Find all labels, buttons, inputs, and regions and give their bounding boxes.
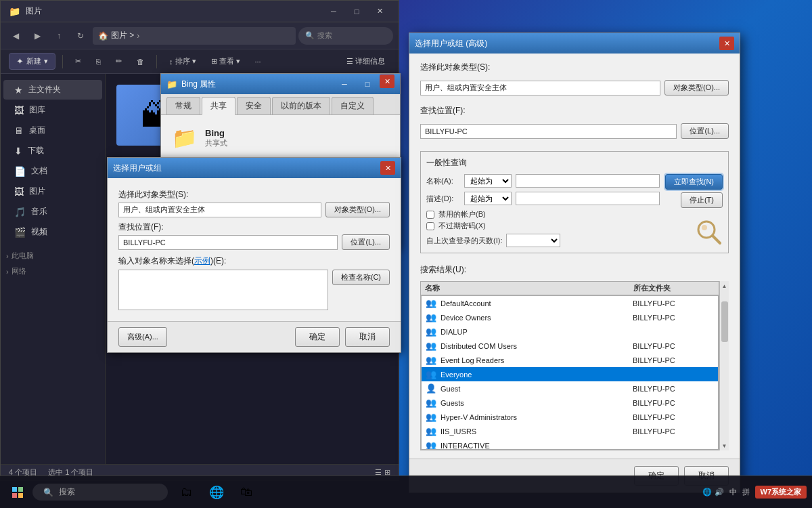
stop-button[interactable]: 停止(T) [681,192,723,208]
network-group[interactable]: › 网络 [1,263,105,279]
select-user-cancel[interactable]: 取消 [345,327,390,347]
maximize-button[interactable]: □ [346,2,367,21]
result-EventLogReaders[interactable]: 👥 Event Log Readers BILLYFU-PC [422,353,718,367]
advanced-button[interactable]: 高级(A)... [118,327,167,347]
sidebar-item-desktop[interactable]: 🖥 桌面 [3,121,102,140]
group-icon-8: 👥 [426,412,436,422]
new-button[interactable]: ✦ 新建 ▾ [9,53,55,70]
taskbar-icon-explorer[interactable]: 🗂 [173,479,200,506]
result-DeviceOwners[interactable]: 👥 Device Owners BILLYFU-PC [422,310,718,324]
no-expire-checkbox[interactable] [426,222,434,230]
delete-button[interactable]: 🗑 [131,56,150,68]
scroll-up-arrow[interactable]: ▲ [720,281,729,291]
scrollbar-track[interactable]: ▲ ▼ [719,281,729,450]
tab-share[interactable]: 共享 [202,97,235,115]
back-button[interactable]: ◀ [6,26,25,45]
copy-button[interactable]: ⎘ [91,56,106,68]
cut-button[interactable]: ✂ [70,55,87,68]
close-button[interactable]: ✕ [369,2,390,21]
search-results-list[interactable]: 👥 DefaultAccount BILLYFU-PC 👥 Device Own… [421,295,719,450]
disabled-accounts-checkbox[interactable] [426,211,434,219]
scrollbar-thumb[interactable] [721,301,728,342]
name-input[interactable] [516,174,660,188]
result-DefaultAccount[interactable]: 👥 DefaultAccount BILLYFU-PC [422,296,718,310]
sidebar-item-documents[interactable]: 📄 文档 [3,161,102,181]
example-link[interactable]: 示例 [194,256,210,266]
network-tray-icon[interactable]: 🌐 [702,488,712,496]
details-button[interactable]: ☰ 详细信息 [341,54,390,68]
more-button[interactable]: ··· [250,56,267,68]
select-user-adv-close[interactable]: ✕ [719,37,734,50]
find-now-button[interactable]: 立即查找(N) [665,174,723,190]
sidebar-item-downloads[interactable]: ⬇ 下载 [3,141,102,161]
up-button[interactable]: ↑ [49,26,68,45]
address-bar[interactable]: 🏠 图片 > › [93,27,296,45]
action-bar: ✦ 新建 ▾ ✂ ⎘ ✏ 🗑 ↕ 排序 ▾ ⊞ 查看 ▾ ··· [1,49,399,74]
sidebar-item-music[interactable]: 🎵 音乐 [3,202,102,221]
volume-icon[interactable]: 🔊 [715,488,724,496]
no-expire-row: 不过期密码(X) [426,221,660,231]
sidebar: ★ 主文件夹 🖼 图库 🖥 桌面 ⬇ 下载 📄 文档 🖼 图片 [1,74,106,464]
nav-toolbar: ◀ ▶ ↑ ↻ 🏠 图片 > › 🔍 搜索 [1,22,399,49]
bing-props-minimize[interactable]: ─ [334,75,355,93]
taskbar-input-method[interactable]: 拼 [742,487,750,497]
bing-props-maximize[interactable]: □ [357,75,378,93]
days-select[interactable] [506,234,560,247]
select-user-ok[interactable]: 确定 [295,327,340,347]
result-HyperV[interactable]: 👥 Hyper-V Administrators BILLYFU-PC [422,410,718,424]
sidebar-item-pictures[interactable]: 🖼 图片 [3,182,102,201]
desc-select[interactable]: 起始为 [464,192,512,205]
minimize-button[interactable]: ─ [323,2,344,21]
network-label: 网络 [12,266,26,276]
forward-button[interactable]: ▶ [28,26,47,45]
new-arrow: ▾ [44,57,48,66]
result-DIALUP[interactable]: 👥 DIALUP [422,324,718,339]
result-Everyone[interactable]: 👥 Everyone [422,367,718,381]
tab-security[interactable]: 安全 [237,97,271,114]
disabled-accounts-row: 禁用的帐户(B) [426,209,660,219]
object-name-textarea[interactable] [118,270,328,310]
home-icon: ★ [14,85,23,96]
start-button[interactable] [5,480,30,505]
result-Guest[interactable]: 👤 Guest BILLYFU-PC [422,381,718,396]
bing-props-close[interactable]: ✕ [380,75,394,88]
rename-button[interactable]: ✏ [110,55,127,68]
desc-input[interactable] [516,192,660,205]
taskbar-icon-edge[interactable]: 🌐 [203,479,230,506]
sidebar-item-home[interactable]: ★ 主文件夹 [3,80,102,100]
bing-props-tabs: 常规 共享 安全 以前的版本 自定义 [161,94,400,115]
adv-object-type-button[interactable]: 对象类型(O)... [664,80,729,96]
tab-general[interactable]: 常规 [166,97,200,114]
scroll-down-arrow[interactable]: ▼ [720,441,729,450]
result-INTERACTIVE[interactable]: 👥 INTERACTIVE [422,438,718,450]
sidebar-item-gallery[interactable]: 🖼 图库 [3,100,102,120]
adv-location-button[interactable]: 位置(L)... [681,123,729,139]
result-IISIUSRS[interactable]: 👥 IIS_IUSRS BILLYFU-PC [422,424,718,438]
taskbar-icon-store[interactable]: 🛍 [233,479,260,506]
chevron-right-icon: › [6,252,9,260]
name-select[interactable]: 起始为 [464,174,512,188]
sort-arrow: ▾ [192,57,196,66]
location-button[interactable]: 位置(L)... [342,234,390,250]
this-pc-label: 此电脑 [12,251,34,261]
sidebar-item-videos[interactable]: 🎬 视频 [3,222,102,242]
select-user-small-close[interactable]: ✕ [380,161,395,175]
explorer-icon: 🗂 [181,485,193,499]
action-sep-2 [156,55,157,68]
svg-rect-5 [12,493,17,498]
sort-button[interactable]: ↕ 排序 ▾ [164,54,202,68]
results-container: 名称 所在文件夹 👥 DefaultAccount BILLYFU-PC 👥 D… [420,281,729,450]
tab-previous-versions[interactable]: 以前的版本 [272,97,330,114]
result-DistributedCOMUsers[interactable]: 👥 Distributed COM Users BILLYFU-PC [422,339,718,353]
view-button[interactable]: ⊞ 查看 ▾ [206,54,246,68]
taskbar-search[interactable]: 🔍 搜索 [32,484,168,501]
search-box[interactable]: 🔍 搜索 [298,27,393,45]
results-header: 名称 所在文件夹 [421,282,719,295]
this-pc-group[interactable]: › 此电脑 [1,248,105,263]
object-type-button[interactable]: 对象类型(O)... [325,202,390,217]
check-names-button[interactable]: 检查名称(C) [332,270,390,285]
tab-custom[interactable]: 自定义 [332,97,374,114]
result-Guests[interactable]: 👥 Guests BILLYFU-PC [422,396,718,410]
refresh-button[interactable]: ↻ [71,26,90,45]
address-chevron: › [137,31,139,41]
